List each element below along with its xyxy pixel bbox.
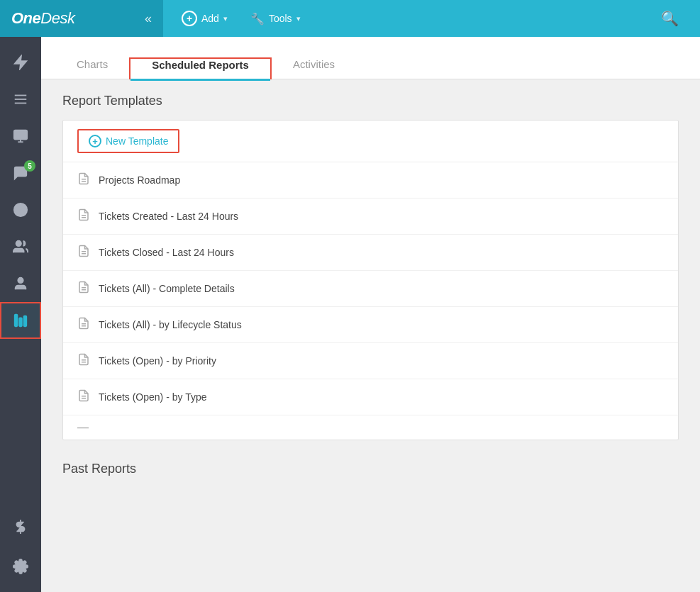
logo-area: OneDesk « bbox=[0, 0, 163, 37]
svg-rect-12 bbox=[24, 316, 27, 327]
sidebar-item-timesheets[interactable] bbox=[0, 191, 41, 228]
add-chevron: ▾ bbox=[223, 14, 228, 23]
plus-circle-icon: + bbox=[89, 135, 101, 147]
tab-charts[interactable]: Charts bbox=[55, 58, 129, 79]
sidebar-item-customers[interactable] bbox=[0, 228, 41, 265]
search-button[interactable]: 🔍 bbox=[647, 10, 693, 27]
nav-items: + Add ▾ 🔧 Tools ▾ 🔍 bbox=[163, 0, 700, 37]
wrench-icon: 🔧 bbox=[250, 12, 265, 26]
new-template-button[interactable]: + New Template bbox=[77, 129, 179, 153]
template-name: Tickets (All) - Complete Details bbox=[99, 283, 235, 294]
svg-rect-10 bbox=[15, 315, 18, 327]
template-item[interactable]: Tickets Closed - Last 24 Hours bbox=[63, 235, 678, 271]
template-item[interactable]: Projects Roadmap bbox=[63, 162, 678, 199]
template-name: Tickets (Open) - by Priority bbox=[99, 355, 216, 367]
document-icon bbox=[77, 389, 90, 405]
template-name: Projects Roadmap bbox=[99, 174, 180, 186]
template-name: Tickets (Open) - by Type bbox=[99, 391, 207, 403]
tab-scheduled-reports[interactable]: Scheduled Reports bbox=[129, 57, 272, 79]
messages-badge: 5 bbox=[24, 160, 35, 172]
template-name: Tickets Closed - Last 24 Hours bbox=[99, 247, 234, 258]
sidebar-collapse-button[interactable]: « bbox=[145, 11, 152, 26]
sidebar: 5 bbox=[0, 37, 41, 592]
tabs-bar: Charts Scheduled Reports Activities bbox=[41, 37, 700, 79]
sidebar-item-users[interactable] bbox=[0, 265, 41, 302]
template-more-indicator: — bbox=[63, 415, 678, 440]
content-area: Charts Scheduled Reports Activities Repo… bbox=[41, 37, 700, 592]
add-label: Add bbox=[201, 13, 219, 24]
new-template-row: + New Template bbox=[63, 121, 678, 162]
document-icon bbox=[77, 208, 90, 224]
template-name: Tickets Created - Last 24 Hours bbox=[99, 211, 238, 222]
svg-rect-11 bbox=[19, 318, 22, 326]
sidebar-item-dashboard[interactable] bbox=[0, 44, 41, 81]
page-content: Report Templates + New Template Projects… bbox=[41, 79, 700, 592]
sidebar-item-messages[interactable]: 5 bbox=[0, 155, 41, 191]
new-template-label: New Template bbox=[106, 135, 168, 147]
sidebar-item-finance[interactable] bbox=[0, 508, 41, 545]
past-reports-title: Past Reports bbox=[62, 462, 679, 476]
report-templates-title: Report Templates bbox=[62, 94, 679, 108]
template-item[interactable]: Tickets (Open) - by Type bbox=[63, 379, 678, 415]
document-icon bbox=[77, 172, 90, 188]
tab-activities[interactable]: Activities bbox=[272, 58, 356, 79]
sidebar-item-tasks[interactable] bbox=[0, 81, 41, 118]
template-item[interactable]: Tickets (All) - by Lifecycle Status bbox=[63, 307, 678, 343]
svg-point-9 bbox=[18, 278, 23, 283]
template-item[interactable]: Tickets (Open) - by Priority bbox=[63, 343, 678, 379]
add-button[interactable]: + Add ▾ bbox=[170, 0, 239, 37]
svg-point-8 bbox=[16, 241, 21, 246]
add-icon: + bbox=[182, 11, 197, 26]
tools-chevron: ▾ bbox=[296, 14, 301, 23]
sidebar-item-monitor[interactable] bbox=[0, 118, 41, 155]
document-icon bbox=[77, 353, 90, 369]
main-layout: 5 Charts Scheduled Reports bbox=[0, 37, 700, 592]
svg-rect-4 bbox=[14, 130, 27, 140]
sidebar-item-settings[interactable] bbox=[0, 548, 41, 585]
document-icon bbox=[77, 281, 90, 296]
template-item[interactable]: Tickets Created - Last 24 Hours bbox=[63, 199, 678, 235]
tools-button[interactable]: 🔧 Tools ▾ bbox=[239, 0, 312, 37]
document-icon bbox=[77, 245, 90, 260]
sidebar-item-reports[interactable] bbox=[0, 302, 41, 339]
tools-label: Tools bbox=[269, 13, 292, 24]
svg-marker-0 bbox=[15, 56, 27, 69]
template-item[interactable]: Tickets (All) - Complete Details bbox=[63, 271, 678, 307]
template-name: Tickets (All) - by Lifecycle Status bbox=[99, 319, 242, 330]
top-nav: OneDesk « + Add ▾ 🔧 Tools ▾ 🔍 bbox=[0, 0, 700, 37]
app-logo: OneDesk bbox=[11, 9, 74, 28]
templates-card: + New Template Projects Roadmap Tickets … bbox=[62, 120, 679, 440]
document-icon bbox=[77, 317, 90, 333]
